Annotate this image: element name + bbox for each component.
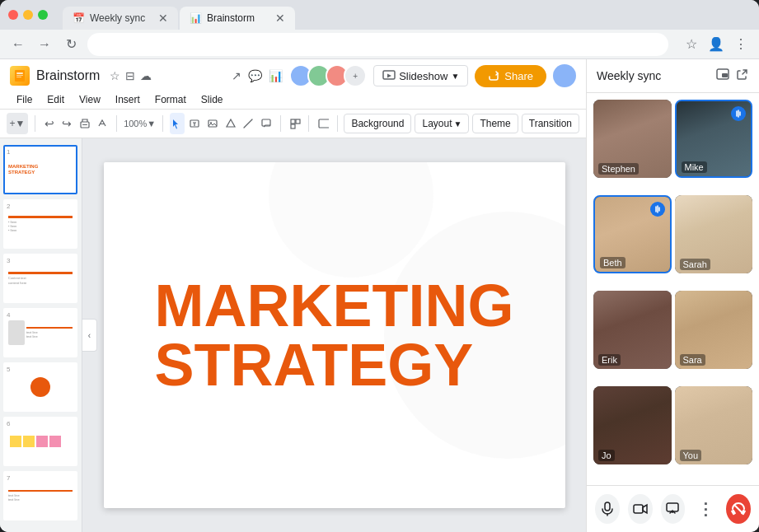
participant-tile-beth[interactable]: Beth [593,195,672,273]
cloud-icon[interactable]: ☁ [140,69,152,82]
workspace: 1 MARKETINGSTRATEGY 2 • Item• Item• Item [0,138,586,532]
svg-rect-12 [291,119,295,124]
mic-button[interactable] [595,494,620,524]
zoom-button[interactable]: 100%▼ [124,113,156,134]
collapse-panel-button[interactable]: ‹ [82,319,97,352]
text-box-button[interactable] [188,113,203,134]
slides-menu: File Edit View Insert Format Slide [10,91,576,109]
grid-view-button[interactable] [288,113,302,134]
share-button[interactable]: Share [475,65,546,87]
image-button[interactable] [205,113,220,134]
reload-button[interactable]: ↻ [61,35,81,54]
participant-tile-stephen[interactable]: Stephen [593,100,672,178]
line-button[interactable] [241,113,256,134]
divider-1 [35,115,35,132]
layout-button[interactable]: Layout▼ [415,114,469,133]
svg-rect-1 [16,72,23,74]
slide-thumb-3[interactable]: 3 Content textcontent here [3,254,77,303]
slide-thumb-2[interactable]: 2 • Item• Item• Item [3,199,77,249]
tab-close-weeklysync[interactable]: ✕ [158,12,168,25]
slide-thumb-7[interactable]: 7 text linetext line [3,471,77,520]
chat-icon[interactable]: 💬 [248,69,262,82]
avatar-group: + [289,64,367,87]
browser-actions: ☆ 👤 ⋮ [682,35,751,54]
undo-button[interactable]: ↩ [42,113,57,134]
slideshow-button[interactable]: Slideshow ▼ [373,65,468,86]
svg-rect-17 [722,73,728,77]
chart-icon[interactable]: 📊 [269,69,283,82]
forward-button[interactable]: → [35,35,54,54]
background-button[interactable]: Background [344,114,411,133]
star-icon[interactable]: ☆ [110,69,120,82]
menu-view[interactable]: View [73,91,107,109]
print-button[interactable] [77,113,92,134]
participant-tile-erik[interactable]: Erik [593,291,672,369]
theme-button[interactable]: Theme [472,114,518,133]
participant-name-beth: Beth [600,257,625,268]
slide-thumb-6[interactable]: 6 [3,417,77,466]
slide-thumb-4[interactable]: 4 text linetext line [3,308,77,357]
slides-app: Brainstorm ☆ ⊟ ☁ ↗ 💬 📊 [0,59,586,532]
tab-title-brainstorm: Brainstorm [207,12,255,24]
shape-button[interactable] [223,113,238,134]
maximize-button[interactable] [38,10,48,20]
camera-button[interactable] [628,494,653,524]
popout-icon[interactable] [736,68,749,84]
add-button[interactable]: +▼ [7,113,28,134]
minimize-button[interactable] [23,10,33,20]
toolbar: +▼ ↩ ↪ 100%▼ [0,110,586,138]
rename-icon[interactable]: ⊟ [125,69,135,82]
divider-4 [280,115,281,132]
menu-format[interactable]: Format [148,91,193,109]
slide-thumb-5[interactable]: 5 [3,362,77,412]
browser-nav: ← → ↻ ☆ 👤 ⋮ [0,30,759,59]
participant-name-jo: Jo [598,450,615,461]
svg-rect-3 [16,77,21,77]
tab-close-brainstorm[interactable]: ✕ [275,12,285,25]
menu-slide[interactable]: Slide [194,91,230,109]
transition-button[interactable]: Transition [522,114,579,133]
bookmark-icon[interactable]: ☆ [682,35,701,54]
menu-edit[interactable]: Edit [40,91,71,109]
layout-label: Layout [422,118,452,129]
tab-weeklysync[interactable]: 📅 Weekly sync ✕ [63,7,178,30]
tab-title: Weekly sync [90,12,145,24]
more-options-button[interactable]: ⋮ [693,494,718,524]
svg-line-25 [735,506,742,512]
address-bar[interactable] [87,33,668,56]
paint-format-button[interactable] [96,113,110,134]
participant-name-sarah: Sarah [680,259,710,270]
svg-rect-15 [319,119,329,128]
user-avatar[interactable] [553,64,576,87]
menu-file[interactable]: File [10,91,39,109]
participant-tile-jo[interactable]: Jo [593,386,672,464]
back-button[interactable]: ← [8,35,28,54]
svg-rect-18 [605,502,610,511]
participant-tile-sarah[interactable]: Sarah [675,195,753,273]
menu-insert[interactable]: Insert [109,91,147,109]
svg-rect-20 [634,505,643,513]
tab-favicon-brainstorm: 📊 [190,12,202,24]
tab-brainstorm[interactable]: 📊 Brainstorm ✕ [180,7,295,30]
participant-name-stephen: Stephen [598,163,639,175]
svg-rect-23 [731,509,736,515]
end-call-button[interactable] [726,494,751,524]
meet-panel: Weekly sync Stephen [586,59,759,532]
select-button[interactable] [170,113,185,134]
pip-icon[interactable] [716,68,729,84]
meet-title: Weekly sync [597,69,661,82]
layout-view-button[interactable] [316,113,330,134]
more-collaborators[interactable]: + [344,64,367,87]
redo-button[interactable]: ↪ [59,113,74,134]
menu-icon[interactable]: ⋮ [731,35,751,54]
present-button[interactable] [661,494,686,524]
close-button[interactable] [8,10,18,20]
participant-tile-sara[interactable]: Sara [675,291,753,369]
profile-icon[interactable]: 👤 [706,35,726,54]
comment-button[interactable] [259,113,274,134]
participant-tile-you[interactable]: You [675,386,753,464]
slide-thumb-1[interactable]: 1 MARKETINGSTRATEGY [3,145,77,194]
share-label: Share [504,70,533,82]
trending-icon[interactable]: ↗ [232,69,241,82]
participant-tile-mike[interactable]: Mike [675,100,753,178]
